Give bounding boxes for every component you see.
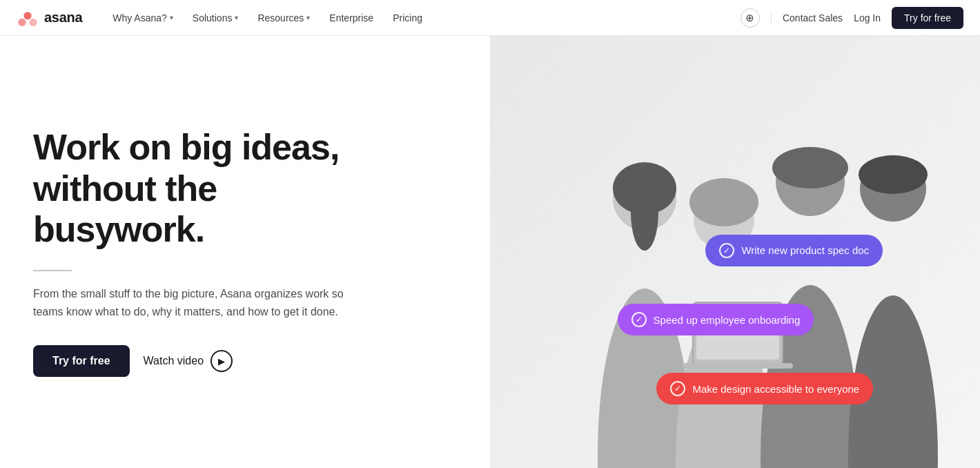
logo-text: asana xyxy=(44,10,82,26)
check-icon-2: ✓ xyxy=(631,312,647,327)
svg-point-1 xyxy=(18,18,26,26)
hero-description: From the small stuff to the big picture,… xyxy=(33,285,364,320)
try-free-button[interactable]: Try for free xyxy=(33,345,130,377)
nav-why-asana[interactable]: Why Asana? ▾ xyxy=(104,8,182,28)
hero-divider xyxy=(33,270,72,271)
check-icon-3: ✓ xyxy=(670,381,685,396)
login-link[interactable]: Log In xyxy=(854,12,881,23)
logo[interactable]: asana xyxy=(17,7,82,29)
navbar-try-free-button[interactable]: Try for free xyxy=(892,7,963,29)
task-cards: ✓ Write new product spec doc ✓ Speed up … xyxy=(490,36,980,468)
nav-divider xyxy=(771,11,772,25)
hero-buttons: Try for free Watch video ▶ xyxy=(33,345,364,377)
hero-right: ✓ Write new product spec doc ✓ Speed up … xyxy=(490,36,980,468)
task-card-2: ✓ Speed up employee onboarding xyxy=(618,304,814,335)
hero-content: Work on big ideas, without the busywork.… xyxy=(33,127,364,378)
chevron-down-icon: ▾ xyxy=(170,14,173,21)
hero-title: Work on big ideas, without the busywork. xyxy=(33,127,364,251)
chevron-down-icon: ▾ xyxy=(306,14,310,21)
nav-pricing[interactable]: Pricing xyxy=(384,8,431,28)
chevron-down-icon: ▾ xyxy=(235,14,238,21)
hero-section: Work on big ideas, without the busywork.… xyxy=(0,36,980,468)
task-card-1: ✓ Write new product spec doc xyxy=(705,235,883,266)
svg-point-2 xyxy=(29,18,37,26)
task-card-3: ✓ Make design accessible to everyone xyxy=(656,373,873,404)
contact-sales-link[interactable]: Contact Sales xyxy=(783,12,843,23)
nav-links: Why Asana? ▾ Solutions ▾ Resources ▾ Ent… xyxy=(104,8,741,28)
navbar: asana Why Asana? ▾ Solutions ▾ Resources… xyxy=(0,0,980,36)
watch-video-button[interactable]: Watch video ▶ xyxy=(144,350,233,372)
nav-enterprise[interactable]: Enterprise xyxy=(321,8,382,28)
nav-resources[interactable]: Resources ▾ xyxy=(249,8,318,28)
check-icon-1: ✓ xyxy=(719,243,734,258)
svg-point-0 xyxy=(23,12,31,19)
play-icon: ▶ xyxy=(210,350,233,372)
hero-left: Work on big ideas, without the busywork.… xyxy=(0,36,490,468)
nav-right: ⊕ Contact Sales Log In Try for free xyxy=(741,7,963,29)
globe-icon[interactable]: ⊕ xyxy=(741,8,760,28)
nav-solutions[interactable]: Solutions ▾ xyxy=(184,8,247,28)
